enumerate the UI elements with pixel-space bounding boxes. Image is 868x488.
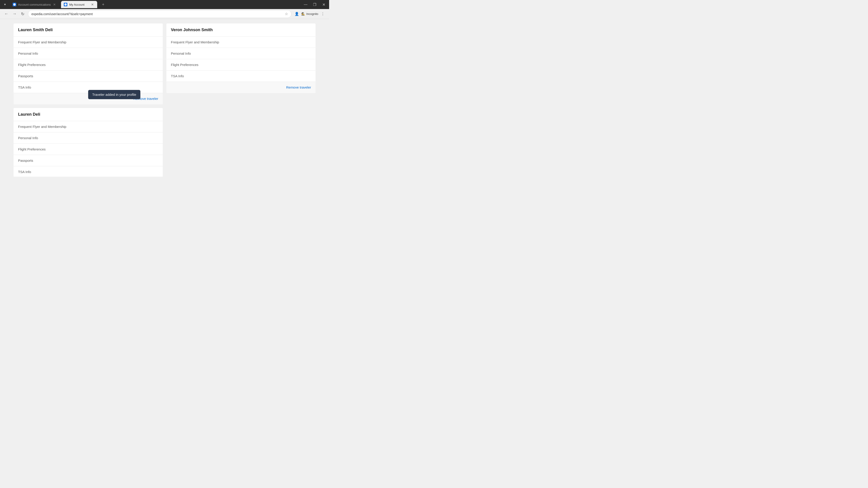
tab-account-communications[interactable]: Account communications ✕ [10, 1, 59, 8]
flight-preferences-2[interactable]: Flight Preferences [166, 59, 315, 70]
back-button[interactable]: ← [3, 10, 10, 18]
browser-chrome: ▼ Account communications ✕ My Account ✕ … [0, 0, 329, 9]
refresh-button[interactable]: ↻ [19, 10, 26, 18]
incognito-label: Incognito [306, 12, 318, 15]
tab-close-my-account[interactable]: ✕ [90, 2, 94, 6]
svg-point-1 [64, 3, 67, 6]
traveler-card-3: Lauren Deli Frequent Flyer and Membershi… [13, 108, 163, 177]
traveler-name-2: Veron Johnson Smith [166, 24, 315, 37]
frequent-flyer-2[interactable]: Frequent Flyer and Membership [166, 37, 315, 48]
forward-button[interactable]: → [11, 10, 18, 18]
frequent-flyer-3[interactable]: Frequent Flyer and Membership [13, 121, 163, 132]
tsa-info-2[interactable]: TSA Info [166, 70, 315, 82]
add-tab-button[interactable]: + [100, 1, 106, 8]
tab-close-account-communications[interactable]: ✕ [53, 2, 57, 6]
flight-preferences-3[interactable]: Flight Preferences [13, 144, 163, 155]
page-content: Traveler added in your profile Lauren Sm… [0, 19, 329, 177]
tooltip: Traveler added in your profile [88, 90, 141, 99]
url-bar[interactable]: expedia.com/user/account/?&selc=payment … [28, 10, 291, 18]
flight-preferences-1[interactable]: Flight Preferences [13, 59, 163, 70]
remove-traveler-row-2: Remove traveler [166, 82, 315, 93]
remove-traveler-link-2[interactable]: Remove traveler [286, 86, 311, 89]
url-text: expedia.com/user/account/?&selc=payment [31, 12, 283, 16]
tsa-info-3[interactable]: TSA Info [13, 166, 163, 177]
minimize-button[interactable]: — [302, 1, 309, 8]
traveler-card-2: Veron Johnson Smith Frequent Flyer and M… [166, 24, 315, 93]
left-column: Lauren Smith Deli Frequent Flyer and Mem… [13, 24, 163, 177]
expedia-icon-2 [64, 3, 67, 6]
incognito-button[interactable]: 🕵 Incognito [301, 12, 318, 15]
personal-info-2[interactable]: Personal Info [166, 48, 315, 59]
traveler-name-3: Lauren Deli [13, 108, 163, 121]
tab-dropdown-button[interactable]: ▼ [2, 2, 8, 7]
tab-my-account[interactable]: My Account ✕ [61, 1, 97, 8]
restore-button[interactable]: ❐ [311, 1, 318, 8]
close-button[interactable]: ✕ [320, 1, 327, 8]
tab-label-account-communications: Account communications [18, 3, 51, 6]
traveler-name-1: Lauren Smith Deli [13, 24, 163, 37]
frequent-flyer-1[interactable]: Frequent Flyer and Membership [13, 37, 163, 48]
svg-point-0 [13, 3, 16, 6]
bookmark-button[interactable]: ☆ [285, 12, 288, 16]
nav-arrows: ← → ↻ [3, 10, 26, 18]
personal-info-1[interactable]: Personal Info [13, 48, 163, 59]
window-controls: — ❐ ✕ [302, 1, 327, 8]
passports-1[interactable]: Passports [13, 70, 163, 82]
right-column: Veron Johnson Smith Frequent Flyer and M… [166, 24, 315, 93]
address-bar: ← → ↻ expedia.com/user/account/?&selc=pa… [0, 9, 329, 19]
tab-label-my-account: My Account [69, 3, 89, 6]
personal-info-3[interactable]: Personal Info [13, 132, 163, 144]
profile-button[interactable]: 👤 [293, 10, 301, 18]
menu-button[interactable]: ⋮ [319, 10, 327, 18]
passports-3[interactable]: Passports [13, 155, 163, 166]
expedia-icon-1 [13, 3, 16, 6]
incognito-icon: 🕵 [301, 12, 305, 15]
tooltip-text: Traveler added in your profile [92, 93, 136, 96]
browser-actions: 👤 🕵 Incognito ⋮ [293, 10, 327, 18]
